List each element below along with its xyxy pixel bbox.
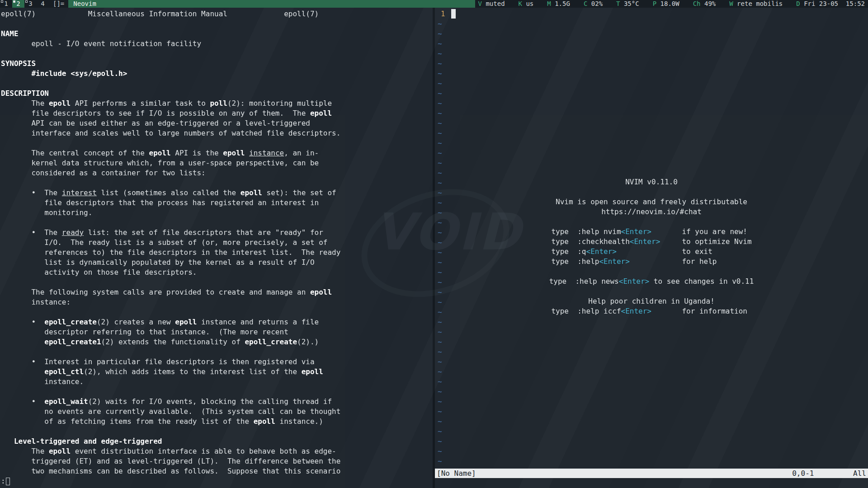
tilde-line: ~ [438, 377, 442, 387]
splash-line [435, 267, 868, 277]
man-page-line [1, 427, 340, 436]
status-value: 49% [701, 0, 716, 7]
man-page-line: • epoll_wait(2) waits for I/O events, bl… [1, 397, 340, 407]
man-page-line: file descriptors to see if I/O is possib… [1, 108, 340, 118]
man-page-line [1, 277, 340, 287]
focused-window-title: Neovim [68, 0, 475, 8]
status-item-ch: Ch 49% [693, 0, 716, 8]
terminal-window-man-page[interactable]: epoll(7) Miscellaneous Information Manua… [0, 8, 433, 488]
nvim-splash-screen: NVIM v0.11.0 Nvim is open source and fre… [435, 177, 868, 316]
man-page-line: references to) the file descriptors in t… [1, 248, 340, 258]
man-page-line: • epoll_create(2) creates a new epoll in… [1, 317, 340, 327]
status-key: Ch [693, 0, 701, 7]
dwm-top-bar: 1234 []= Neovim V mutedK usM 1.5GC 02%T … [0, 0, 868, 8]
status-value: muted [482, 0, 505, 7]
man-page-line: triggered (ET) and as level-triggered (L… [1, 456, 340, 466]
man-page-line [1, 19, 340, 29]
tilde-line: ~ [438, 158, 442, 168]
splash-line: type :help iccf<Enter> for information [435, 306, 868, 316]
status-value: 18.0W [656, 0, 679, 7]
man-page-line: no events are currently available. (This… [1, 407, 340, 417]
man-page-line: #include <sys/epoll.h> [1, 69, 340, 79]
status-item-v: V muted [478, 0, 505, 8]
splash-line: Help poor children in Uganda! [435, 296, 868, 306]
tilde-line: ~ [438, 79, 442, 89]
status-value: us [522, 0, 533, 7]
workspace-tag-3[interactable]: 3 [24, 0, 37, 8]
tilde-line: ~ [438, 367, 442, 377]
man-page-line [1, 387, 340, 397]
nvim-statusline: [No Name] 0,0-1 All [435, 469, 868, 478]
statusline-ruler: 0,0-1 All [792, 469, 866, 478]
status-key: P [653, 0, 656, 7]
status-item-t: T 35°C [616, 0, 639, 8]
man-page-line: descriptor referring to that instance. (… [1, 327, 340, 337]
man-page-line: interface and scales well to large numbe… [1, 128, 340, 138]
workspace-tag-1[interactable]: 1 [0, 0, 12, 8]
status-bar: V mutedK usM 1.5GC 02%T 35°CP 18.0WCh 49… [475, 0, 868, 8]
tilde-line: ~ [438, 99, 442, 108]
splash-line: type :help<Enter> for help [435, 257, 868, 267]
man-page-line: The central concept of the epoll API is … [1, 148, 340, 158]
splash-line [435, 217, 868, 227]
pager-prompt[interactable]: : [1, 476, 340, 486]
workspace-tag-4[interactable]: 4 [37, 0, 49, 8]
status-key: M [547, 0, 551, 7]
status-key: T [616, 0, 620, 7]
status-item-p: P 18.0W [653, 0, 679, 8]
man-page-line: • The interest list (sometimes also call… [1, 188, 340, 198]
man-page-line: epoll(7) Miscellaneous Information Manua… [1, 9, 340, 19]
tilde-line: ~ [438, 446, 442, 456]
man-page-line: activity on those file descriptors. [1, 267, 340, 277]
man-page-line: two mechanisms can be described as follo… [1, 466, 340, 476]
man-page-line: considered as a container for two lists: [1, 168, 340, 178]
status-value: 35°C [620, 0, 639, 7]
tilde-line: ~ [438, 317, 442, 327]
man-page-line: • Interest in particular file descriptor… [1, 357, 340, 367]
man-page-line: list is dynamically populated by the ker… [1, 258, 340, 267]
tilde-line: ~ [438, 397, 442, 407]
layout-symbol[interactable]: []= [49, 0, 68, 8]
tilde-line: ~ [438, 108, 442, 118]
splash-line: type :checkhealth<Enter> to optimize Nvi… [435, 237, 868, 247]
tilde-line: ~ [438, 19, 442, 29]
status-key: V [478, 0, 482, 7]
tilde-line: ~ [438, 128, 442, 138]
man-page-line [1, 218, 340, 228]
man-page-line: DESCRIPTION [1, 89, 340, 99]
man-page-line: kernel data structure which, from a user… [1, 158, 340, 168]
man-page-line [1, 138, 340, 148]
tag-label: 4 [41, 0, 44, 7]
man-page-line: Level-triggered and edge-triggered [1, 436, 340, 446]
splash-line: type :help news<Enter> to see changes in… [435, 277, 868, 286]
tilde-line: ~ [438, 427, 442, 436]
tilde-line: ~ [438, 347, 442, 357]
status-value: rete mobilis [733, 0, 783, 7]
man-page-line [1, 79, 340, 89]
man-page-line: instance: [1, 297, 340, 307]
splash-line: NVIM v0.11.0 [435, 177, 868, 187]
tilde-line: ~ [438, 407, 442, 417]
tag-label: 3 [28, 0, 32, 7]
man-page-line: of as fetching items from the ready list… [1, 417, 340, 427]
man-page-line: monitoring. [1, 208, 340, 218]
tilde-line: ~ [438, 29, 442, 39]
man-page-line: epoll - I/O event notification facility [1, 39, 340, 49]
workspace-tag-2[interactable]: 2 [12, 0, 24, 8]
man-page-line: • The ready list: the set of file descri… [1, 228, 340, 238]
man-page-line: NAME [1, 29, 340, 39]
nvim-block-cursor [451, 9, 456, 19]
man-page-line [1, 49, 340, 59]
man-page-line: SYNOPSIS [1, 59, 340, 69]
man-page-line: API can be used either as an edge-trigge… [1, 118, 340, 128]
tilde-line: ~ [438, 89, 442, 99]
status-value: 1.5G [551, 0, 570, 7]
tilde-line: ~ [438, 118, 442, 128]
tag-client-indicator [13, 0, 15, 3]
man-page-line: file descriptors that the process has re… [1, 198, 340, 208]
tilde-line: ~ [438, 436, 442, 446]
status-item-m: M 1.5G [547, 0, 570, 8]
neovim-window[interactable]: 1 ~~~~~~~~~~~~~~~~~~~~~~~~~~~~~~~~~~~~~~… [435, 8, 868, 488]
status-value: Fri 23-05 15:52 [800, 0, 865, 7]
splash-line [435, 286, 868, 296]
